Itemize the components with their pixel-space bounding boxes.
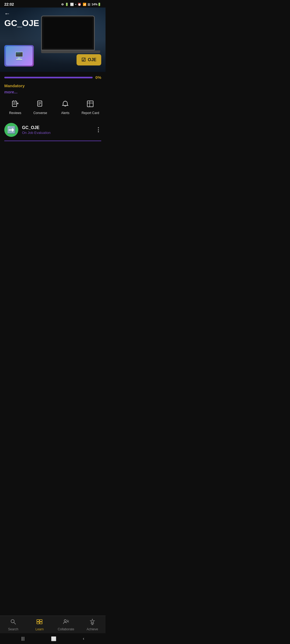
battery-saver-icon: 🔋 (65, 3, 69, 6)
header-area: ← GC_OJE (4, 10, 39, 28)
action-report-card[interactable]: Report Card (81, 100, 100, 115)
oje-badge-label: OJE (88, 57, 96, 62)
course-info: GC_OJE On Job Evaluation (22, 125, 92, 135)
report-card-label: Report Card (82, 111, 99, 115)
course-title: GC_OJE (22, 125, 92, 130)
laptop-decoration (41, 16, 100, 58)
action-reviews[interactable]: Reviews (6, 100, 25, 115)
progress-bar-wrap: 0% (4, 75, 101, 80)
mandatory-label: Mandatory (0, 83, 106, 88)
progress-section: 0% (0, 72, 106, 81)
status-icons: ⊖ 🔋 ⬜ • ⏰ 📶 ||| 14%🔋 (61, 3, 101, 6)
status-bar: 22:02 ⊖ 🔋 ⬜ • ⏰ 📶 ||| 14%🔋 (0, 0, 106, 8)
back-button[interactable]: ← (4, 10, 10, 17)
alerts-label: Alerts (61, 111, 70, 115)
progress-percentage: 0% (95, 75, 101, 80)
alarm-icon: ⏰ (78, 3, 81, 6)
progress-bar-bg (4, 77, 93, 78)
camera-icon: ⬜ (70, 3, 74, 6)
dot-icon: • (75, 3, 76, 6)
action-converse[interactable]: Converse (31, 100, 50, 115)
action-alerts[interactable]: Alerts (56, 100, 75, 115)
more-link[interactable]: more... (0, 88, 106, 96)
report-card-icon (86, 100, 94, 109)
status-time: 22:02 (4, 2, 14, 6)
action-row: Reviews Converse Alerts (0, 96, 106, 119)
converse-label: Converse (33, 111, 47, 115)
reviews-icon (12, 100, 19, 109)
course-thumbnail: 🖥️ (4, 45, 34, 67)
wifi-icon: 📶 (83, 3, 86, 6)
reviews-label: Reviews (9, 111, 21, 115)
course-item[interactable]: ➡️ GC_OJE On Job Evaluation ⋮ (0, 119, 106, 141)
course-subtitle: On Job Evaluation (22, 131, 92, 135)
course-menu-button[interactable]: ⋮ (95, 126, 101, 133)
oje-badge[interactable]: ☑ OJE (77, 54, 101, 65)
course-arrow-icon: ➡️ (7, 126, 16, 134)
signal-icon: ||| (88, 3, 90, 6)
oje-badge-icon: ☑ (81, 57, 86, 63)
converse-icon (37, 100, 44, 109)
alerts-icon (61, 100, 69, 109)
svg-point-6 (65, 101, 66, 102)
battery-pct: 14%🔋 (92, 3, 101, 6)
course-icon-circle: ➡️ (4, 123, 18, 137)
svg-rect-7 (87, 101, 93, 107)
thumbnail-icon: 🖥️ (15, 52, 24, 60)
thumbnail-inner: 🖥️ (6, 46, 32, 65)
hero-section: ← GC_OJE 🖥️ ☑ OJE (0, 8, 106, 72)
laptop-screen (41, 16, 95, 50)
laptop-base (41, 50, 100, 53)
dnd-icon: ⊖ (61, 3, 64, 6)
page-title: GC_OJE (4, 18, 39, 28)
svg-marker-1 (17, 102, 19, 104)
